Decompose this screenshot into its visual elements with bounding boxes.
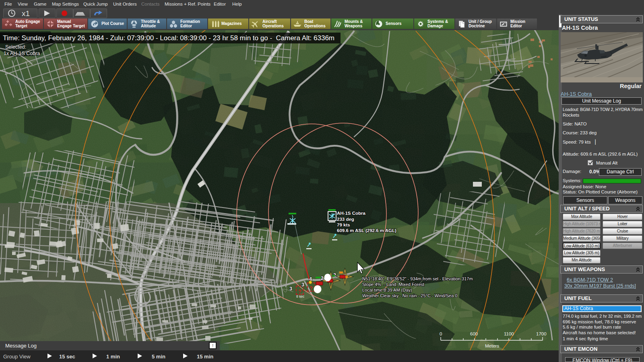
svg-text:Local time 8:39 AM (Day): Local time 8:39 AM (Day) — [362, 288, 412, 292]
svg-text:3: 3 — [301, 282, 304, 288]
svg-text:0: 0 — [440, 331, 442, 336]
svg-text:AH-1S Cobra: AH-1S Cobra — [337, 211, 366, 216]
svg-text:x1: x1 — [22, 9, 30, 18]
svg-text:?: ? — [310, 285, 313, 291]
svg-text:600: 600 — [470, 331, 478, 336]
svg-text:Meters: Meters — [485, 343, 499, 348]
svg-text:609.6 m ASL (292.6 m AGL): 609.6 m ASL (292.6 m AGL) — [337, 228, 396, 233]
svg-text:3: 3 — [289, 286, 292, 292]
svg-text:Slope 4% - Land: Mixed Forest: Slope 4% - Land: Mixed Forest — [362, 282, 424, 287]
svg-text:8 sec: 8 sec — [296, 294, 305, 298]
svg-text:1700: 1700 — [536, 331, 547, 336]
svg-text:N51°18'40", E9°36'52" - 934m f: N51°18'40", E9°36'52" - 934m from sel - … — [362, 276, 473, 281]
svg-text:Weather Clear sky - No rain -: Weather Clear sky - No rain - 25°C - Win… — [362, 293, 458, 298]
svg-text:?: ? — [298, 288, 301, 294]
svg-text:233 deg: 233 deg — [337, 217, 354, 222]
svg-text:79 kts: 79 kts — [337, 222, 350, 227]
svg-text:1100: 1100 — [504, 331, 514, 336]
